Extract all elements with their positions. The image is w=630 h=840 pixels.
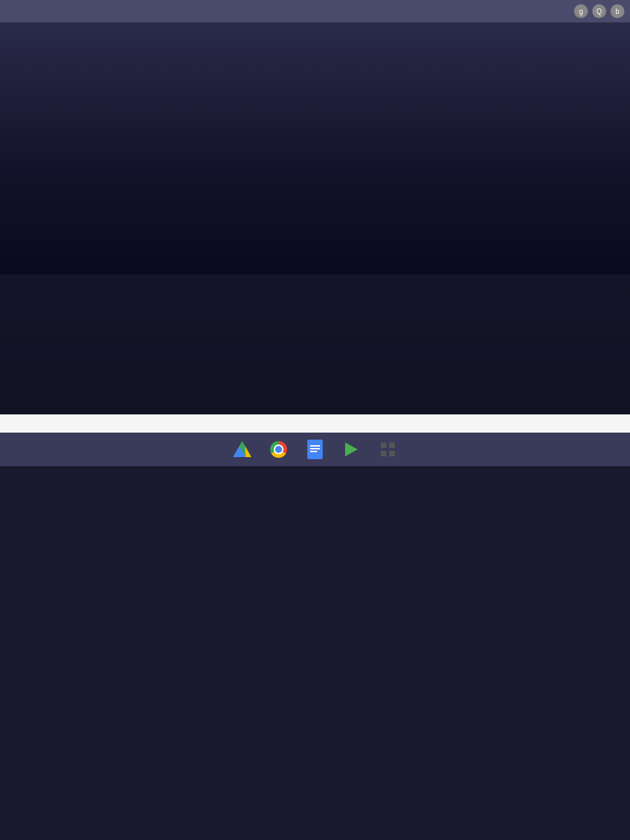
docs-icon-button[interactable] (304, 438, 326, 461)
grid-icon (379, 441, 396, 458)
svg-rect-9 (381, 451, 386, 456)
os-icon-q: Q (592, 4, 606, 18)
chrome-icon-button[interactable] (267, 438, 290, 461)
quiz-footer-bar (0, 433, 630, 466)
svg-rect-5 (310, 448, 320, 449)
os-icon-g: g (574, 4, 588, 18)
grid-icon-button[interactable] (377, 438, 399, 461)
svg-rect-6 (310, 451, 317, 452)
drive-icon (232, 441, 252, 458)
os-top-bar: g Q b (0, 0, 630, 22)
chrome-icon (270, 441, 287, 458)
svg-rect-8 (389, 442, 395, 448)
play-icon (345, 442, 358, 456)
play-icon-button[interactable] (340, 438, 363, 461)
docs-icon (307, 440, 323, 459)
svg-rect-10 (389, 451, 395, 456)
os-icon-b: b (610, 4, 624, 18)
keyboard-area (0, 274, 630, 414)
svg-rect-7 (381, 442, 386, 448)
svg-rect-4 (310, 445, 320, 447)
drive-icon-button[interactable] (231, 438, 253, 461)
svg-marker-2 (245, 446, 251, 457)
bottom-dark-area (0, 22, 630, 414)
